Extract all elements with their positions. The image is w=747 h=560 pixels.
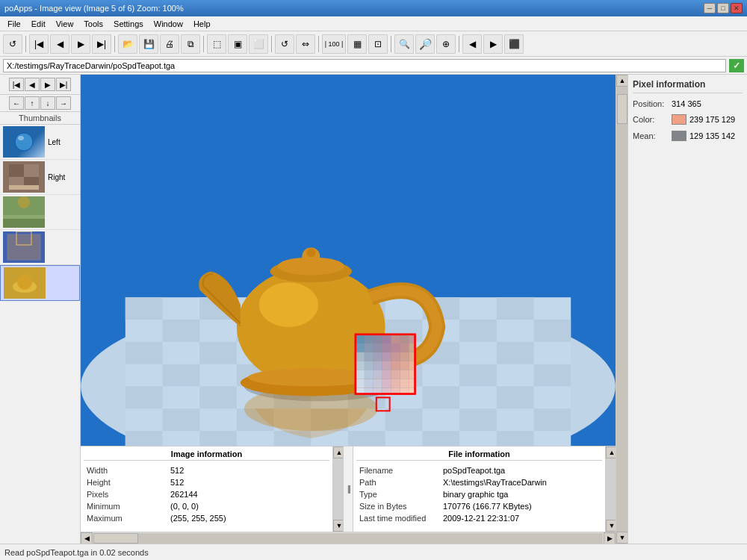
image-info-section: Image information Width512 Height512 Pix… <box>81 447 332 532</box>
tb-zoom-fit[interactable]: ⊕ <box>436 34 456 54</box>
svg-rect-84 <box>400 335 409 343</box>
tb-last[interactable]: ▶| <box>92 34 111 54</box>
scene-image <box>81 75 616 446</box>
info-val: (0, 0, 0) <box>169 501 328 511</box>
svg-rect-46 <box>459 364 497 387</box>
tb-open[interactable]: 📂 <box>118 34 137 54</box>
thumb-item-2[interactable]: Right <box>0 160 80 195</box>
svg-rect-115 <box>365 379 374 388</box>
thumb-item-3[interactable] <box>0 195 80 230</box>
svg-rect-35 <box>534 320 571 342</box>
tb-first[interactable]: |◀ <box>29 34 49 54</box>
thumb-item-1[interactable]: Left <box>0 125 80 160</box>
tb-fit-all[interactable]: ▦ <box>347 34 367 54</box>
position-label: Position: <box>633 99 672 108</box>
nav-first[interactable]: |◀ <box>9 78 24 91</box>
hscroll-track[interactable] <box>93 533 603 544</box>
minimize-button[interactable]: ─ <box>704 3 716 13</box>
svg-rect-110 <box>382 370 391 379</box>
close-button[interactable]: ✕ <box>731 3 743 13</box>
svg-rect-3 <box>9 164 24 177</box>
right-panel: Pixel information Position: 314 365 Colo… <box>627 75 747 544</box>
menu-edit[interactable]: Edit <box>27 18 50 30</box>
info-scroll-down[interactable]: ▼ <box>333 520 343 532</box>
svg-rect-52 <box>422 386 459 408</box>
tb-prev-frame[interactable]: ◀ <box>462 34 482 54</box>
svg-rect-112 <box>400 370 409 379</box>
path-input[interactable] <box>3 59 726 72</box>
info-scroll-up[interactable]: ▲ <box>333 447 343 458</box>
tb-rotate-left[interactable]: ↺ <box>275 34 294 54</box>
menu-window[interactable]: Window <box>149 18 187 30</box>
svg-rect-90 <box>391 343 400 352</box>
tb-flip-h[interactable]: ⇔ <box>296 34 315 54</box>
tb-prev[interactable]: ◀ <box>50 34 69 54</box>
svg-rect-117 <box>382 379 391 388</box>
vscroll-up[interactable]: ▲ <box>616 75 627 87</box>
thumbs-list: Left Right <box>0 125 80 544</box>
svg-rect-5 <box>9 185 39 190</box>
file-info-scroll-down[interactable]: ▼ <box>606 520 616 532</box>
divider-handle: ▐ <box>346 485 350 493</box>
tb-zoom-magnifier[interactable]: 🔍 <box>394 34 414 54</box>
menu-settings[interactable]: Settings <box>109 18 148 30</box>
statusbar: Read poSpdTeapot.tga in 0.02 seconds <box>0 544 747 560</box>
info-val: binary graphic tga <box>441 489 601 500</box>
svg-rect-64 <box>422 431 459 446</box>
thumb-item-4[interactable] <box>0 230 80 265</box>
table-row: Minimum(0, 0, 0) <box>85 501 328 511</box>
dir-right[interactable]: → <box>56 96 71 110</box>
maximize-button[interactable]: □ <box>717 3 729 13</box>
svg-rect-95 <box>374 352 382 361</box>
tb-fit-width[interactable]: | 100 | <box>322 34 346 54</box>
menu-tools[interactable]: Tools <box>79 18 108 30</box>
file-info-scroll-up[interactable]: ▲ <box>606 447 616 458</box>
tb-copy[interactable]: ⧉ <box>181 34 200 54</box>
vscroll-thumb[interactable] <box>617 94 627 124</box>
tb-next[interactable]: ▶ <box>71 34 90 54</box>
hscroll-left[interactable]: ◀ <box>81 532 93 544</box>
nav-last[interactable]: ▶| <box>56 78 71 91</box>
status-text: Read poSpdTeapot.tga in 0.02 seconds <box>4 548 149 557</box>
hscroll-right[interactable]: ▶ <box>604 532 616 544</box>
info-key: Pixels <box>85 489 167 500</box>
path-ok-button[interactable]: ✓ <box>729 59 744 72</box>
svg-rect-81 <box>374 335 382 343</box>
tb-select-rect[interactable]: ⬚ <box>207 34 226 54</box>
nav-prev[interactable]: ◀ <box>25 78 40 91</box>
tb-select-full[interactable]: ▣ <box>228 34 247 54</box>
tb-next-frame[interactable]: ▶ <box>483 34 503 54</box>
tb-stop-anim[interactable]: ⬛ <box>504 34 524 54</box>
file-info-table: FilenamepoSpdTeapot.tga PathX:\testimgs\… <box>356 464 602 525</box>
image-area[interactable] <box>81 75 616 446</box>
menu-view[interactable]: View <box>52 18 78 30</box>
nav-controls: |◀ ◀ ▶ ▶| <box>0 75 80 95</box>
svg-rect-101 <box>365 361 374 370</box>
hscroll-thumb[interactable] <box>93 533 138 544</box>
info-val: 262144 <box>169 489 328 500</box>
info-val: 170776 (166.77 KBytes) <box>441 501 601 511</box>
vscroll-track[interactable] <box>616 87 627 532</box>
hscrollbar[interactable]: ◀ ▶ <box>81 532 616 544</box>
tb-select-custom[interactable]: ⬜ <box>249 34 268 54</box>
nav-play[interactable]: ▶ <box>40 78 55 91</box>
dir-up[interactable]: ↑ <box>25 96 40 110</box>
vscrollbar[interactable]: ▲ ▼ <box>616 75 627 544</box>
tb-zoom-out[interactable]: 🔎 <box>415 34 435 54</box>
dir-left[interactable]: ← <box>9 96 24 110</box>
svg-rect-9 <box>3 219 45 228</box>
menubar: File Edit View Tools Settings Window Hel… <box>0 16 747 31</box>
thumb-item-5[interactable] <box>0 265 80 301</box>
table-row: Size in Bytes170776 (166.77 KBytes) <box>358 501 601 511</box>
menu-file[interactable]: File <box>3 18 25 30</box>
info-key: Path <box>358 477 440 488</box>
svg-rect-82 <box>382 335 391 343</box>
vscroll-down[interactable]: ▼ <box>616 532 627 544</box>
tb-print[interactable]: 🖨 <box>160 34 179 54</box>
tb-actual[interactable]: ⊡ <box>368 34 388 54</box>
menu-help[interactable]: Help <box>189 18 215 30</box>
dir-down[interactable]: ↓ <box>40 96 55 110</box>
tb-save[interactable]: 💾 <box>139 34 158 54</box>
main-layout: |◀ ◀ ▶ ▶| ← ↑ ↓ → Thumbnails Left <box>0 75 747 544</box>
tb-refresh[interactable]: ↺ <box>3 34 22 54</box>
